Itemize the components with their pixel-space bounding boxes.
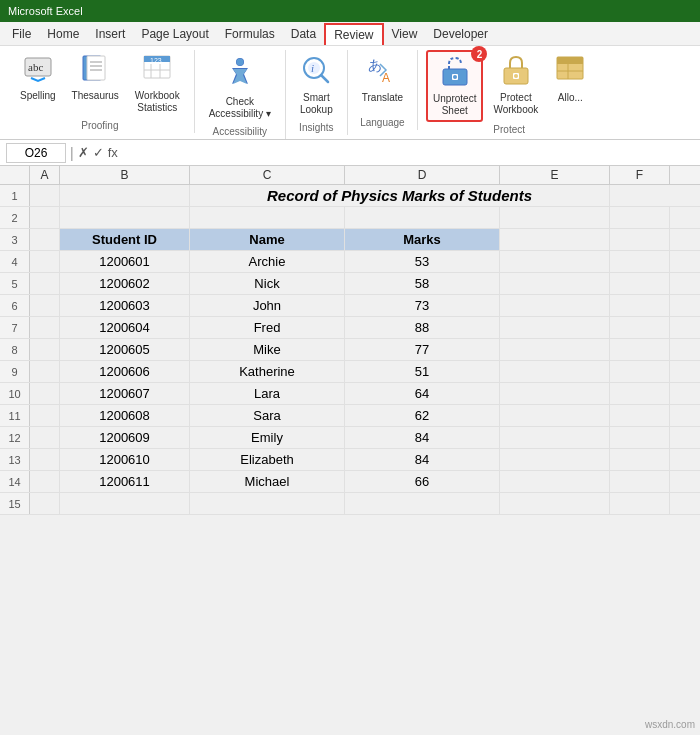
formula-input[interactable] — [122, 144, 694, 162]
cell-b5[interactable]: 1200602 — [60, 273, 190, 294]
cell-c5[interactable]: Nick — [190, 273, 345, 294]
cell-f6[interactable] — [610, 295, 670, 316]
cell-b15[interactable] — [60, 493, 190, 514]
cell-e8[interactable] — [500, 339, 610, 360]
cell-b3[interactable]: Student ID — [60, 229, 190, 250]
cell-d15[interactable] — [345, 493, 500, 514]
spelling-button[interactable]: abc Spelling — [14, 50, 62, 106]
workbook-statistics-button[interactable]: 123 WorkbookStatistics — [129, 50, 186, 118]
cell-e13[interactable] — [500, 449, 610, 470]
cell-f10[interactable] — [610, 383, 670, 404]
cell-e2[interactable] — [500, 207, 610, 228]
confirm-icon[interactable]: ✓ — [93, 145, 104, 160]
col-header-f[interactable]: F — [610, 166, 670, 184]
cell-b2[interactable] — [60, 207, 190, 228]
cell-f5[interactable] — [610, 273, 670, 294]
cell-e11[interactable] — [500, 405, 610, 426]
cell-c11[interactable]: Sara — [190, 405, 345, 426]
cell-e4[interactable] — [500, 251, 610, 272]
menu-page-layout[interactable]: Page Layout — [133, 24, 216, 44]
cell-a4[interactable] — [30, 251, 60, 272]
cell-e12[interactable] — [500, 427, 610, 448]
cell-e10[interactable] — [500, 383, 610, 404]
cell-reference[interactable] — [6, 143, 66, 163]
menu-insert[interactable]: Insert — [87, 24, 133, 44]
cell-f4[interactable] — [610, 251, 670, 272]
cell-d9[interactable]: 51 — [345, 361, 500, 382]
function-icon[interactable]: fx — [108, 145, 118, 160]
cell-d12[interactable]: 84 — [345, 427, 500, 448]
cell-e7[interactable] — [500, 317, 610, 338]
cell-d8[interactable]: 77 — [345, 339, 500, 360]
cell-d6[interactable]: 73 — [345, 295, 500, 316]
cell-b4[interactable]: 1200601 — [60, 251, 190, 272]
cell-c14[interactable]: Michael — [190, 471, 345, 492]
cell-e9[interactable] — [500, 361, 610, 382]
cell-d13[interactable]: 84 — [345, 449, 500, 470]
cell-a5[interactable] — [30, 273, 60, 294]
cell-f15[interactable] — [610, 493, 670, 514]
cell-b10[interactable]: 1200607 — [60, 383, 190, 404]
cell-c3[interactable]: Name — [190, 229, 345, 250]
cell-d3[interactable]: Marks — [345, 229, 500, 250]
cancel-icon[interactable]: ✗ — [78, 145, 89, 160]
cell-b11[interactable]: 1200608 — [60, 405, 190, 426]
translate-button[interactable]: あ A Translate — [356, 50, 409, 108]
menu-view[interactable]: View — [384, 24, 426, 44]
protect-workbook-button[interactable]: ProtectWorkbook — [487, 50, 544, 120]
cell-a7[interactable] — [30, 317, 60, 338]
menu-review[interactable]: Review — [324, 23, 383, 45]
cell-c4[interactable]: Archie — [190, 251, 345, 272]
cell-c2[interactable] — [190, 207, 345, 228]
cell-a2[interactable] — [30, 207, 60, 228]
cell-b9[interactable]: 1200606 — [60, 361, 190, 382]
col-header-d[interactable]: D — [345, 166, 500, 184]
cell-a8[interactable] — [30, 339, 60, 360]
cell-a9[interactable] — [30, 361, 60, 382]
cell-f11[interactable] — [610, 405, 670, 426]
cell-f13[interactable] — [610, 449, 670, 470]
cell-b12[interactable]: 1200609 — [60, 427, 190, 448]
cell-d5[interactable]: 58 — [345, 273, 500, 294]
cell-f2[interactable] — [610, 207, 670, 228]
cell-a13[interactable] — [30, 449, 60, 470]
cell-c9[interactable]: Katherine — [190, 361, 345, 382]
cell-c1[interactable]: Record of Physics Marks of Students — [190, 185, 610, 206]
cell-b13[interactable]: 1200610 — [60, 449, 190, 470]
col-header-a[interactable]: A — [30, 166, 60, 184]
cell-e3[interactable] — [500, 229, 610, 250]
cell-a12[interactable] — [30, 427, 60, 448]
cell-d14[interactable]: 66 — [345, 471, 500, 492]
cell-f3[interactable] — [610, 229, 670, 250]
cell-c10[interactable]: Lara — [190, 383, 345, 404]
cell-a14[interactable] — [30, 471, 60, 492]
cell-b1[interactable] — [60, 185, 190, 206]
check-accessibility-button[interactable]: CheckAccessibility ▾ — [203, 50, 277, 124]
cell-e6[interactable] — [500, 295, 610, 316]
cell-c6[interactable]: John — [190, 295, 345, 316]
cell-a6[interactable] — [30, 295, 60, 316]
col-header-c[interactable]: C — [190, 166, 345, 184]
cell-e15[interactable] — [500, 493, 610, 514]
cell-a15[interactable] — [30, 493, 60, 514]
cell-a10[interactable] — [30, 383, 60, 404]
cell-d10[interactable]: 64 — [345, 383, 500, 404]
menu-formulas[interactable]: Formulas — [217, 24, 283, 44]
cell-f12[interactable] — [610, 427, 670, 448]
menu-home[interactable]: Home — [39, 24, 87, 44]
cell-b8[interactable]: 1200605 — [60, 339, 190, 360]
cell-d2[interactable] — [345, 207, 500, 228]
cell-f8[interactable] — [610, 339, 670, 360]
cell-a1[interactable] — [30, 185, 60, 206]
cell-f14[interactable] — [610, 471, 670, 492]
cell-a11[interactable] — [30, 405, 60, 426]
cell-c15[interactable] — [190, 493, 345, 514]
cell-a3[interactable] — [30, 229, 60, 250]
menu-data[interactable]: Data — [283, 24, 324, 44]
cell-b6[interactable]: 1200603 — [60, 295, 190, 316]
cell-f7[interactable] — [610, 317, 670, 338]
cell-d7[interactable]: 88 — [345, 317, 500, 338]
col-header-e[interactable]: E — [500, 166, 610, 184]
cell-d4[interactable]: 53 — [345, 251, 500, 272]
cell-c8[interactable]: Mike — [190, 339, 345, 360]
